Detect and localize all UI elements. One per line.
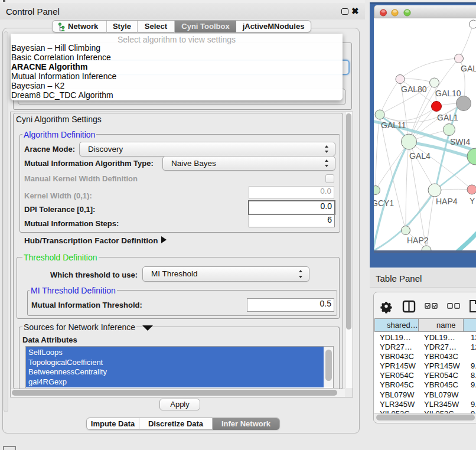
svg-text:SWI4: SWI4: [450, 137, 470, 146]
svg-text:HAP4: HAP4: [436, 197, 458, 206]
svg-text:GAL11: GAL11: [381, 120, 406, 130]
svg-text:GAL7: GAL7: [461, 64, 476, 73]
svg-text:GAL80: GAL80: [401, 84, 427, 94]
svg-text:GAL1: GAL1: [437, 113, 458, 122]
svg-text:Y: Y: [470, 196, 475, 206]
svg-text:GCY1: GCY1: [374, 198, 394, 208]
svg-text:HAP2: HAP2: [407, 236, 429, 245]
svg-text:GAL4: GAL4: [409, 151, 431, 161]
svg-text:GAL10: GAL10: [435, 89, 461, 98]
